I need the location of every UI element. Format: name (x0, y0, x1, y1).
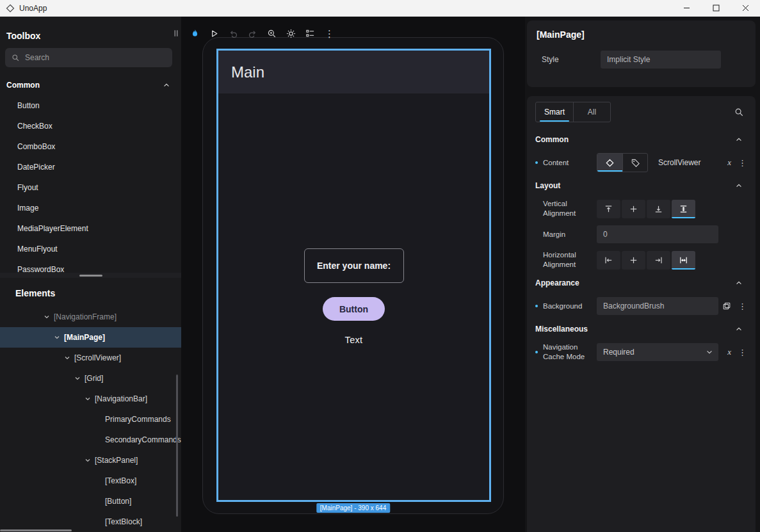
property-row-horizontal-alignment: Horizontal Alignment (535, 247, 748, 273)
toolbox-item-combobox[interactable]: ComboBox (0, 136, 181, 157)
modified-dot (535, 305, 538, 307)
content-editor-toggle (597, 153, 648, 172)
align-vertical-stretch-icon[interactable] (672, 200, 695, 218)
tree-item-navigationframe[interactable]: [NavigationFrame] (0, 307, 181, 327)
more-icon[interactable]: ⋮ (738, 302, 747, 310)
align-left-icon[interactable] (597, 251, 620, 270)
tree-item-secondarycommands[interactable]: SecondaryCommands (0, 430, 181, 450)
style-input[interactable] (601, 51, 721, 69)
minimize-button[interactable] (672, 0, 701, 16)
tag-icon[interactable] (622, 154, 647, 172)
align-horizontal-center-icon[interactable] (622, 251, 645, 270)
tree-item-navigationbar[interactable]: [NavigationBar] (0, 389, 181, 409)
left-panel: Toolbox Common ButtonCheckBoxComboBoxDat… (0, 17, 181, 532)
chevron-down-icon[interactable] (64, 355, 74, 361)
property-row-content: Content ScrollViewer x ⋮ (535, 150, 748, 175)
resource-picker-icon[interactable] (722, 302, 731, 310)
content-widget-icon[interactable] (597, 154, 622, 172)
align-bottom-icon[interactable] (647, 200, 670, 218)
guidelines-icon[interactable] (303, 25, 318, 42)
tree-item-scrollviewer[interactable]: [ScrollViewer] (0, 348, 181, 368)
align-right-icon[interactable] (647, 251, 670, 270)
canvas-textbox[interactable]: Enter your name: (304, 248, 404, 283)
chevron-up-icon[interactable] (735, 136, 743, 143)
advanced-icon[interactable]: x (727, 157, 731, 168)
search-icon (12, 54, 20, 62)
tree-item-grid[interactable]: [Grid] (0, 368, 181, 389)
toolbox-item-checkbox[interactable]: CheckBox (0, 116, 181, 136)
navigation-cache-mode-label: Navigation Cache Mode (543, 343, 597, 362)
align-top-icon[interactable] (597, 200, 620, 218)
play-button[interactable] (207, 25, 222, 42)
toolbox-section-common[interactable]: Common (6, 77, 170, 93)
mainpage-preview[interactable]: Main Enter your name: Button Text (216, 49, 491, 502)
tree-item-stackpanel[interactable]: [StackPanel] (0, 450, 181, 471)
toolbox-search[interactable] (5, 48, 172, 67)
tree-item-mainpage[interactable]: [MainPage] (0, 327, 181, 348)
page-body[interactable]: Enter your name: Button Text (218, 93, 489, 500)
section-layout[interactable]: Layout (535, 175, 748, 196)
tree-item-label: [ScrollViewer] (74, 353, 121, 362)
chevron-down-icon[interactable] (44, 314, 54, 320)
background-label: Background (543, 302, 597, 311)
tree-item-textbox[interactable]: [TextBox] (0, 471, 181, 491)
toolbox-section-label: Common (6, 81, 40, 90)
more-options-button[interactable]: ⋮ (322, 25, 337, 42)
align-vertical-center-icon[interactable] (622, 200, 645, 218)
toolbar-drag-handle[interactable] (168, 25, 183, 42)
app-logo-icon (6, 4, 15, 13)
align-horizontal-stretch-icon[interactable] (672, 251, 695, 270)
horizontal-scrollbar[interactable] (0, 529, 72, 531)
tab-all[interactable]: All (573, 102, 610, 122)
margin-input[interactable] (597, 225, 718, 243)
page-size-badge: [MainPage] - 390 x 644 (316, 503, 390, 513)
chevron-up-icon[interactable] (735, 279, 743, 287)
more-icon[interactable]: ⋮ (738, 348, 747, 357)
toolbox-item-datepicker[interactable]: DatePicker (0, 157, 181, 177)
advanced-icon[interactable]: x (727, 347, 731, 357)
toolbox-item-passwordbox[interactable]: PasswordBox (0, 259, 181, 273)
theme-toggle-icon[interactable] (284, 25, 298, 42)
toolbox-item-flyout[interactable]: Flyout (0, 177, 181, 198)
chevron-down-icon[interactable] (74, 375, 85, 382)
navigation-cache-mode-select[interactable]: Required (597, 343, 718, 361)
more-icon[interactable]: ⋮ (738, 159, 747, 167)
section-miscellaneous[interactable]: Miscellaneous (535, 319, 748, 339)
chevron-up-icon[interactable] (163, 81, 170, 89)
horizontal-alignment-label: Horizontal Alignment (543, 250, 597, 270)
toolbox-item-mediaplayerelement[interactable]: MediaPlayerElement (0, 218, 181, 239)
undo-button[interactable] (226, 25, 241, 42)
tree-item-primarycommands[interactable]: PrimaryCommands (0, 409, 181, 430)
chevron-up-icon[interactable] (735, 182, 743, 189)
background-input[interactable] (597, 297, 718, 315)
toolbox-item-button[interactable]: Button (0, 95, 181, 116)
tree-item-button[interactable]: [Button] (0, 491, 181, 512)
navigation-cache-mode-value: Required (603, 348, 635, 357)
toolbox-search-input[interactable] (25, 53, 166, 62)
page-header[interactable]: Main (218, 51, 489, 93)
section-appearance[interactable]: Appearance (535, 273, 748, 293)
chevron-up-icon[interactable] (735, 325, 743, 333)
inspect-element-icon[interactable] (264, 25, 279, 42)
device-frame: Main Enter your name: Button Text (202, 37, 504, 514)
window-title: UnoApp (19, 4, 47, 13)
redo-button[interactable] (245, 25, 260, 42)
close-button[interactable] (731, 0, 760, 16)
chevron-down-icon[interactable] (54, 334, 64, 341)
elements-panel: Elements [NavigationFrame][MainPage][Scr… (0, 278, 181, 532)
titlebar: UnoApp (0, 0, 760, 17)
hot-reload-flame-icon[interactable] (188, 25, 202, 42)
inspector-search-icon[interactable] (734, 108, 744, 117)
toolbox-item-image[interactable]: Image (0, 198, 181, 218)
panel-splitter[interactable] (0, 273, 181, 278)
tab-smart[interactable]: Smart (536, 102, 573, 122)
vertical-scrollbar[interactable] (176, 375, 178, 517)
maximize-button[interactable] (701, 0, 731, 16)
canvas-button[interactable]: Button (323, 297, 385, 321)
chevron-down-icon[interactable] (85, 457, 95, 463)
chevron-down-icon[interactable] (85, 396, 95, 402)
section-appearance-label: Appearance (535, 278, 579, 287)
tree-item-label: [StackPanel] (95, 456, 138, 465)
section-common[interactable]: Common (535, 129, 748, 150)
toolbox-item-menuflyout[interactable]: MenuFlyout (0, 239, 181, 259)
